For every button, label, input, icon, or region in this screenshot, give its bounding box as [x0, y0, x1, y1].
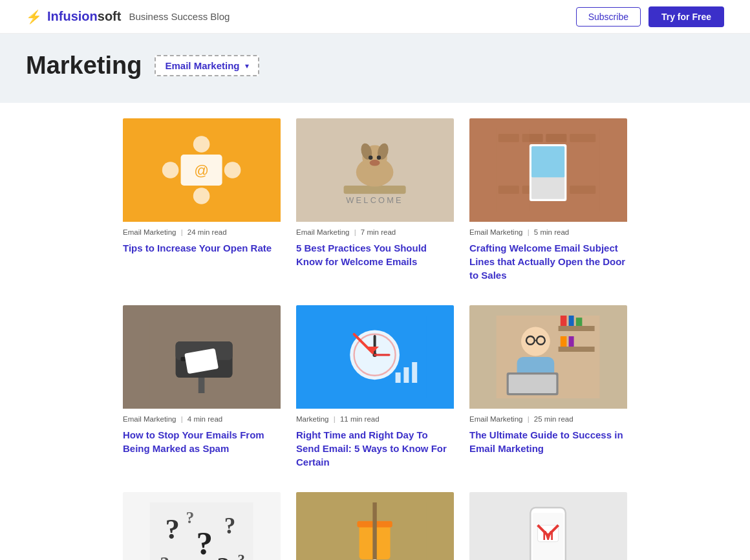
header-logo-area: ⚡ Infusionsoft Business Success Blog [26, 9, 230, 25]
card-read-c4: 4 min read [188, 415, 222, 423]
svg-text:@: @ [195, 162, 209, 178]
logo-text: Infusionsoft [47, 9, 121, 24]
svg-point-11 [369, 156, 372, 160]
svg-text:M: M [542, 528, 553, 543]
card-image-c5 [296, 305, 454, 409]
svg-rect-48 [559, 347, 595, 352]
svg-rect-50 [569, 316, 574, 326]
card-image-c8 [296, 492, 454, 560]
svg-point-2 [162, 162, 179, 178]
svg-rect-43 [396, 372, 401, 383]
card-c2[interactable]: WELCOME Email Marketing | 7 min read 5 B… [296, 118, 454, 287]
card-tag-c4: Email Marketing [123, 415, 176, 423]
card-c9[interactable]: M Email Marketing | 5 min read How to Ke… [469, 492, 627, 560]
category-dropdown-label: Email Marketing [165, 60, 239, 71]
card-meta-c5: Marketing | 11 min read [296, 410, 454, 425]
card-c7[interactable]: ? ? ? ? ? ? ? Marketing | 7 min read How… [123, 492, 281, 560]
svg-rect-27 [497, 129, 530, 211]
svg-text:WELCOME: WELCOME [347, 195, 404, 205]
subscribe-button[interactable]: Subscribe [576, 7, 641, 27]
card-tag-c6: Email Marketing [469, 415, 522, 423]
svg-rect-53 [569, 336, 574, 347]
card-tag-c2: Email Marketing [296, 228, 349, 236]
card-image-c6 [469, 305, 627, 409]
svg-text:?: ? [217, 552, 230, 560]
svg-rect-52 [561, 336, 567, 347]
svg-text:?: ? [186, 508, 195, 527]
card-image-c1: @ [123, 118, 281, 222]
card-c8[interactable]: Guides | 11 min read The Complete Guide … [296, 492, 454, 560]
card-c6[interactable]: Email Marketing | 25 min read The Ultima… [469, 305, 627, 474]
logo-icon: ⚡ [26, 9, 42, 25]
svg-text:?: ? [197, 524, 213, 560]
card-read-c1: 24 min read [188, 228, 227, 236]
card-title-c2: 5 Best Practices You Should Know for Wel… [296, 241, 454, 268]
svg-text:?: ? [160, 553, 169, 560]
card-read-c6: 25 min read [534, 415, 573, 423]
card-meta-c3: Email Marketing | 5 min read [469, 223, 627, 239]
card-c4[interactable]: Email Marketing | 4 min read How to Stop… [123, 305, 281, 474]
card-title-c5: Right Time and Right Day To Send Email: … [296, 428, 454, 469]
svg-rect-28 [567, 129, 600, 211]
card-title-c4: How to Stop Your Emails From Being Marke… [123, 428, 281, 455]
card-c3[interactable]: Email Marketing | 5 min read Crafting We… [469, 118, 627, 287]
blog-grid: @ Email Marketing | 24 min read Tips to … [0, 103, 750, 560]
try-for-free-button[interactable]: Try for Free [648, 6, 724, 27]
card-title-c6: The Ultimate Guide to Success in Email M… [469, 428, 627, 455]
svg-rect-26 [531, 146, 564, 177]
header-subtitle: Business Success Blog [129, 11, 230, 22]
logo-soft: soft [98, 9, 122, 23]
svg-point-5 [193, 188, 210, 204]
card-meta-c4: Email Marketing | 4 min read [123, 410, 281, 425]
category-bar: Marketing Email Marketing ▾ [0, 34, 750, 103]
svg-rect-51 [576, 318, 583, 326]
svg-rect-45 [412, 362, 418, 383]
svg-point-4 [193, 136, 210, 153]
category-title: Marketing [26, 52, 142, 80]
svg-text:?: ? [238, 552, 245, 560]
card-c5[interactable]: Marketing | 11 min read Right Time and R… [296, 305, 454, 474]
card-read-c2: 7 min read [361, 228, 396, 236]
svg-rect-60 [509, 374, 557, 393]
card-image-c2: WELCOME [296, 118, 454, 222]
svg-text:?: ? [166, 513, 180, 545]
chevron-down-icon: ▾ [245, 61, 249, 70]
card-read-c3: 5 min read [534, 228, 569, 236]
card-meta-c2: Email Marketing | 7 min read [296, 223, 454, 239]
card-read-c5: 11 min read [340, 415, 380, 423]
card-meta-c6: Email Marketing | 25 min read [469, 410, 627, 425]
card-image-c9: M [469, 492, 627, 560]
card-meta-c1: Email Marketing | 24 min read [123, 223, 281, 239]
card-c1[interactable]: @ Email Marketing | 24 min read Tips to … [123, 118, 281, 287]
svg-point-54 [521, 327, 550, 356]
card-image-c7: ? ? ? ? ? ? ? [123, 492, 281, 560]
svg-point-12 [377, 156, 381, 160]
svg-rect-49 [561, 316, 567, 326]
card-tag-c3: Email Marketing [469, 228, 522, 236]
svg-point-3 [224, 162, 241, 178]
logo-infusion: Infusion [47, 9, 98, 23]
card-tag-c1: Email Marketing [123, 228, 176, 236]
svg-rect-47 [559, 326, 595, 331]
card-image-c4 [123, 305, 281, 409]
svg-rect-44 [404, 367, 409, 383]
svg-rect-6 [344, 186, 406, 194]
card-title-c1: Tips to Increase Your Open Rate [123, 241, 281, 255]
card-title-c3: Crafting Welcome Email Subject Lines tha… [469, 241, 627, 282]
card-tag-c5: Marketing [296, 415, 329, 423]
svg-rect-18 [546, 134, 567, 142]
header-actions: Subscribe Try for Free [576, 6, 724, 27]
svg-point-13 [370, 160, 380, 166]
svg-text:?: ? [224, 513, 236, 539]
category-dropdown[interactable]: Email Marketing ▾ [155, 55, 259, 76]
site-header: ⚡ Infusionsoft Business Success Blog Sub… [0, 0, 750, 34]
card-image-c3 [469, 118, 627, 222]
